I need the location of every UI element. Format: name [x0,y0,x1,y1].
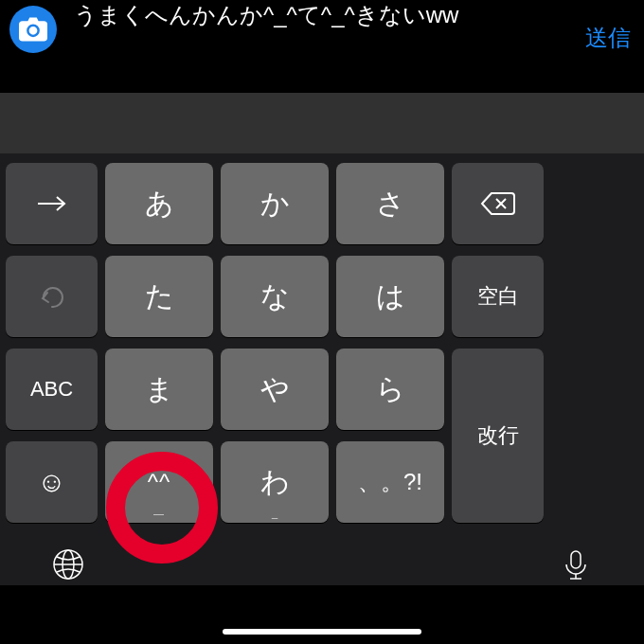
kana-a-key[interactable]: あ [105,163,213,244]
kana-ka-key[interactable]: か [221,163,329,244]
camera-button[interactable] [9,6,57,53]
kana-na-key[interactable]: な [221,256,329,337]
kaomoji-key[interactable]: ^^ — [105,441,213,523]
kana-ra-key[interactable]: ら [336,349,444,430]
keyboard: ABC ☺ あ か さ た な は ま や ら ^^ — [0,153,644,585]
punctuation-key[interactable]: 、。?! [336,441,444,523]
return-key[interactable]: 改行 [452,349,544,523]
suggestion-bar[interactable] [0,93,644,153]
next-candidate-key[interactable] [6,163,98,244]
backspace-key[interactable] [452,163,544,244]
home-indicator[interactable] [223,629,421,635]
emoji-key[interactable]: ☺ [6,441,98,523]
send-button[interactable]: 送信 [585,0,635,53]
globe-key[interactable] [51,547,85,585]
microphone-icon [559,547,593,581]
kana-ha-key[interactable]: は [336,256,444,337]
kana-wa-label: わ [260,463,290,502]
kana-wa-sublabel: _ [272,508,277,519]
kana-ya-key[interactable]: や [221,349,329,430]
kana-sa-key[interactable]: さ [336,163,444,244]
space-key[interactable]: 空白 [452,256,544,337]
undo-key[interactable] [6,256,98,337]
emoji-icon: ☺ [37,466,66,498]
globe-icon [51,547,85,581]
kaomoji-label: ^^ [148,469,171,495]
dictation-key[interactable] [559,547,593,585]
message-input[interactable]: うまくへんかんか^_^て^_^きないww [57,0,585,29]
abc-key[interactable]: ABC [6,349,98,430]
undo-icon [38,283,66,310]
svg-rect-6 [571,551,581,568]
kana-ma-key[interactable]: ま [105,349,213,430]
camera-icon [19,17,47,42]
backspace-icon [480,191,516,216]
kaomoji-sublabel: — [153,508,165,519]
kana-wa-key[interactable]: わ _ [221,441,329,523]
arrow-right-icon [36,194,68,213]
kana-ta-key[interactable]: た [105,256,213,337]
